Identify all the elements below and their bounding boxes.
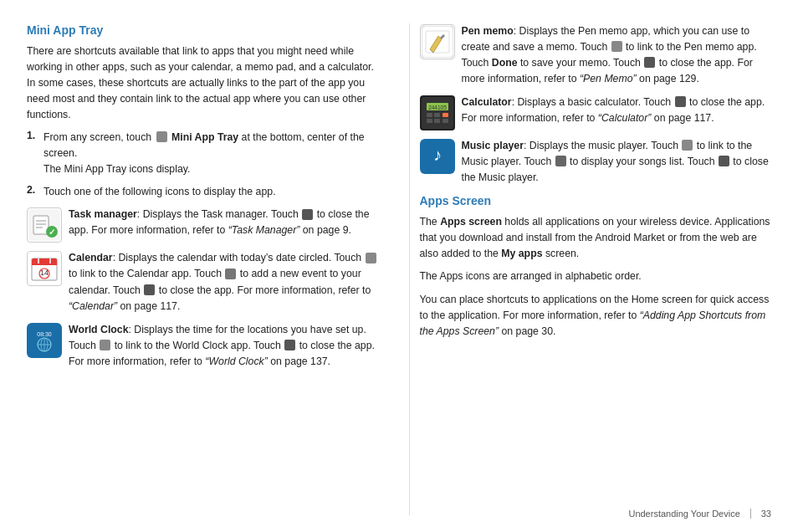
task-manager-page: on page 9. [303, 224, 351, 236]
calendar-text: Calendar: Displays the calendar with tod… [69, 250, 379, 314]
musicplayer-text: Music player: Displays the music player.… [462, 138, 772, 186]
musicplayer-list-icon [555, 156, 566, 166]
musicplayer-desc3: to display your songs list. Touch [570, 156, 714, 167]
apps-screen-title: Apps Screen [420, 194, 772, 207]
penmemo-row: Pen memo: Displays the Pen memo app, whi… [420, 23, 772, 87]
calendar-name: Calendar [69, 252, 113, 263]
worldclock-name: World Clock [69, 324, 129, 335]
penmemo-name: Pen memo [462, 25, 514, 37]
penmemo-done: Done [492, 57, 518, 69]
penmemo-ref: “Pen Memo” [580, 73, 637, 84]
worldclock-text: World Clock: Displays the time for the l… [69, 322, 379, 370]
penmemo-link-icon [611, 41, 622, 52]
musicplayer-close-icon [719, 156, 729, 166]
task-manager-text: Task manager: Displays the Task manager.… [69, 207, 379, 238]
musicplayer-desc: Displays the music player. Touch [529, 140, 678, 151]
worldclock-desc2: to link to the World Clock app. Touch [115, 340, 281, 351]
left-column: Mini App Tray There are shortcuts availa… [27, 23, 389, 515]
apps-para1-before: The [420, 216, 437, 228]
footer-left: Understanding Your Device [628, 509, 739, 519]
svg-rect-29 [442, 113, 448, 117]
worldclock-row: 08:30 World Clock: Displays the time for… [27, 322, 379, 370]
calendar-icon: 14 [27, 251, 62, 286]
calendar-row: 14 Calendar: Displays the calendar with … [27, 250, 379, 314]
calculator-page: on page 117. [654, 112, 714, 124]
task-manager-icon: ✓ [27, 207, 62, 243]
apps-screen-para3: You can place shortcuts to applications … [420, 292, 772, 340]
right-column: Pen memo: Displays the Pen memo app, whi… [409, 23, 772, 515]
svg-text:08:30: 08:30 [37, 331, 52, 337]
svg-text:244105: 244105 [428, 105, 447, 110]
calculator-icon: 244105 [420, 95, 455, 130]
calendar-desc: Displays the calendar with today’s date … [118, 252, 361, 263]
steps-list: 1. From any screen, touch Mini App Tray … [27, 130, 379, 200]
calendar-link-icon [366, 253, 376, 263]
svg-rect-31 [434, 119, 440, 123]
page-footer: Understanding Your Device 33 [628, 509, 771, 519]
apps-screen-para2: The Apps icons are arranged in alphabeti… [420, 269, 772, 284]
footer-divider [750, 509, 751, 519]
calendar-page: on page 117. [120, 300, 181, 312]
step-1: 1. From any screen, touch Mini App Tray … [27, 130, 379, 177]
apps-screen-para1: The Apps screen holds all applications o… [420, 214, 772, 262]
calendar-desc4: to close the app. For more information, … [159, 284, 371, 296]
apps-para1-end: screen. [545, 248, 579, 259]
task-manager-desc: Displays the Task manager. Touch [143, 208, 299, 220]
svg-text:♪: ♪ [433, 146, 442, 164]
svg-rect-28 [434, 113, 440, 117]
calculator-row: 244105 Calculator: Displays a basic calc… [420, 95, 772, 130]
task-close-icon [302, 209, 313, 220]
penmemo-text: Pen memo: Displays the Pen memo app, whi… [462, 23, 772, 87]
musicplayer-row: ♪ Music player: Displays the music playe… [420, 138, 772, 186]
calendar-ref: “Calendar” [69, 300, 117, 312]
step-2-content: Touch one of the following icons to disp… [43, 184, 276, 200]
mini-app-tray-title: Mini App Tray [27, 23, 379, 37]
task-manager-row: ✓ Task manager: Displays the Task manage… [27, 207, 379, 243]
task-manager-ref: “Task Manager” [228, 224, 300, 236]
calculator-ref: “Calculator” [598, 112, 652, 124]
step-1-content: From any screen, touch Mini App Tray at … [43, 130, 379, 177]
penmemo-page: on page 129. [639, 73, 699, 84]
worldclock-page: on page 137. [270, 356, 330, 367]
step-1-bold: Mini App Tray [171, 131, 238, 143]
calendar-plus-icon [225, 269, 236, 279]
mini-app-tray-intro: There are shortcuts available that link … [27, 43, 379, 123]
mini-app-tray-icon [156, 131, 167, 142]
music-icon: ♪ [420, 139, 455, 174]
apps-para3-end: on page 30. [501, 325, 555, 337]
penmemo-icon [420, 24, 455, 59]
penmemo-close-icon [644, 57, 655, 68]
step-1-sub: The Mini App Tray icons display. [43, 163, 190, 175]
calendar-close-icon [144, 284, 155, 295]
step-1-text-before: From any screen, touch [43, 131, 151, 143]
apps-screen-section: Apps Screen The Apps screen holds all ap… [420, 194, 772, 339]
step-1-number: 1. [27, 130, 42, 141]
footer-right: 33 [761, 509, 771, 519]
worldclock-close-icon [284, 340, 295, 350]
calendar-desc2: to link to the Calendar app. Touch [69, 268, 222, 279]
apps-para1-bold2: My apps [501, 248, 542, 259]
calculator-close-icon [675, 96, 686, 107]
svg-rect-10 [32, 263, 57, 265]
worldclock-ref: “World Clock” [205, 356, 267, 367]
calculator-text: Calculator: Displays a basic calculator.… [462, 95, 772, 126]
apps-para1-bold: Apps screen [440, 216, 502, 228]
musicplayer-name: Music player [462, 140, 524, 151]
penmemo-desc3: to save your memo. Touch [520, 57, 641, 69]
svg-rect-32 [442, 119, 448, 123]
task-manager-name: Task manager [69, 208, 137, 220]
calculator-name: Calculator [462, 96, 512, 108]
step-2: 2. Touch one of the following icons to d… [27, 184, 379, 200]
calculator-desc: Displays a basic calculator. Touch [517, 96, 671, 108]
svg-text:✓: ✓ [49, 228, 55, 237]
svg-rect-30 [427, 119, 432, 123]
musicplayer-link-icon [682, 140, 693, 151]
svg-rect-27 [427, 113, 432, 117]
worldclock-icon: 08:30 [27, 323, 62, 358]
worldclock-link-icon [100, 340, 110, 350]
step-2-number: 2. [27, 184, 42, 196]
